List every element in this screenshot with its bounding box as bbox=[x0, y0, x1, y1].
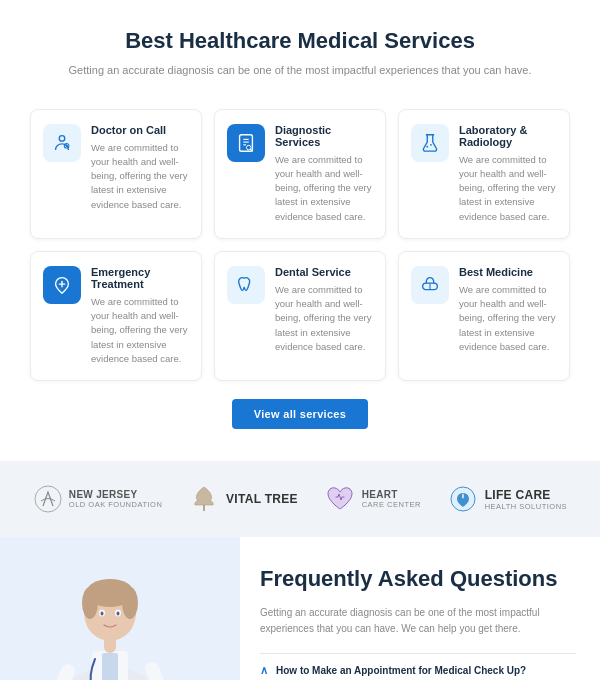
service-card-best-medicine: Best Medicine We are committed to your h… bbox=[398, 251, 570, 381]
diagnostic-services-desc: We are committed to your health and well… bbox=[275, 153, 373, 224]
best-medicine-icon-wrap bbox=[411, 266, 449, 304]
page-title: Best Healthcare Medical Services bbox=[60, 28, 540, 54]
heart-care-icon bbox=[324, 483, 356, 515]
service-card-dental-service: Dental Service We are committed to your … bbox=[214, 251, 386, 381]
life-care-sub: HEALTH SOLUTIONS bbox=[485, 502, 567, 511]
faq-image-column bbox=[0, 537, 240, 680]
svg-point-27 bbox=[82, 587, 98, 619]
best-medicine-content: Best Medicine We are committed to your h… bbox=[459, 266, 557, 354]
new-jersey-sub: OLD OAK FOUNDATION bbox=[69, 500, 162, 509]
faq-question-appointment: How to Make an Appointment for Medical C… bbox=[276, 665, 526, 676]
faq-section: Frequently Asked Questions Getting an ac… bbox=[0, 537, 600, 680]
doctor-on-call-content: Doctor on Call We are committed to your … bbox=[91, 124, 189, 212]
emergency-treatment-desc: We are committed to your health and well… bbox=[91, 295, 189, 366]
partner-life-care: Life Care HEALTH SOLUTIONS bbox=[447, 483, 567, 515]
header-subtitle: Getting an accurate diagnosis can be one… bbox=[60, 62, 540, 79]
diagnostic-services-title: Diagnostic Services bbox=[275, 124, 373, 148]
svg-rect-23 bbox=[102, 653, 118, 680]
diagnostic-icon bbox=[235, 132, 257, 154]
dental-service-title: Dental Service bbox=[275, 266, 373, 278]
faq-content-column: Frequently Asked Questions Getting an ac… bbox=[240, 537, 600, 680]
service-card-emergency-treatment: Emergency Treatment We are committed to … bbox=[30, 251, 202, 381]
best-medicine-title: Best Medicine bbox=[459, 266, 557, 278]
view-all-button[interactable]: View all services bbox=[232, 399, 368, 429]
svg-point-31 bbox=[101, 611, 104, 615]
partner-new-jersey: NEW JERSEY OLD OAK FOUNDATION bbox=[33, 484, 162, 514]
dental-service-desc: We are committed to your health and well… bbox=[275, 283, 373, 354]
partner-heart-care-block: HEART CARE CENTER bbox=[324, 483, 421, 515]
doctor-on-call-icon-wrap bbox=[43, 124, 81, 162]
faq-title: Frequently Asked Questions bbox=[260, 565, 576, 593]
doctor-figure bbox=[30, 541, 190, 680]
new-jersey-name: NEW JERSEY bbox=[69, 489, 162, 500]
medicine-icon bbox=[419, 274, 441, 296]
doctor-on-call-desc: We are committed to your health and well… bbox=[91, 141, 189, 212]
vital-tree-name: Vital Tree bbox=[226, 492, 298, 506]
svg-point-32 bbox=[117, 611, 120, 615]
service-card-laboratory-radiology: Laboratory & Radiology We are committed … bbox=[398, 109, 570, 239]
partner-new-jersey-block: NEW JERSEY OLD OAK FOUNDATION bbox=[33, 484, 162, 514]
laboratory-radiology-icon-wrap bbox=[411, 124, 449, 162]
faq-question-row-appointment[interactable]: ∧ How to Make an Appointment for Medical… bbox=[260, 664, 576, 677]
header-section: Best Healthcare Medical Services Getting… bbox=[0, 0, 600, 99]
services-grid: Doctor on Call We are committed to your … bbox=[30, 109, 570, 382]
partner-vital-tree: Vital Tree bbox=[188, 483, 298, 515]
partner-life-care-block: Life Care HEALTH SOLUTIONS bbox=[447, 483, 567, 515]
services-section: Doctor on Call We are committed to your … bbox=[0, 99, 600, 462]
faq-image-placeholder bbox=[0, 537, 240, 680]
dental-service-content: Dental Service We are committed to your … bbox=[275, 266, 373, 354]
svg-point-28 bbox=[122, 587, 138, 619]
best-medicine-desc: We are committed to your health and well… bbox=[459, 283, 557, 354]
emergency-icon bbox=[51, 274, 73, 296]
doctor-icon bbox=[51, 132, 73, 154]
service-card-diagnostic-services: Diagnostic Services We are committed to … bbox=[214, 109, 386, 239]
life-care-icon bbox=[447, 483, 479, 515]
service-card-doctor-on-call: Doctor on Call We are committed to your … bbox=[30, 109, 202, 239]
view-all-wrap: View all services bbox=[30, 381, 570, 451]
life-care-name: Life Care bbox=[485, 488, 567, 502]
new-jersey-icon bbox=[33, 484, 63, 514]
emergency-treatment-icon-wrap bbox=[43, 266, 81, 304]
dental-icon bbox=[235, 274, 257, 296]
heart-care-sub: CARE CENTER bbox=[362, 500, 421, 509]
emergency-treatment-title: Emergency Treatment bbox=[91, 266, 189, 290]
doctor-on-call-title: Doctor on Call bbox=[91, 124, 189, 136]
laboratory-radiology-desc: We are committed to your health and well… bbox=[459, 153, 557, 224]
svg-point-11 bbox=[426, 145, 428, 147]
diagnostic-services-icon-wrap bbox=[227, 124, 265, 162]
faq-intro: Getting an accurate diagnosis can be one… bbox=[260, 605, 576, 637]
vital-tree-icon bbox=[188, 483, 220, 515]
svg-point-0 bbox=[59, 135, 65, 141]
svg-point-12 bbox=[430, 143, 432, 145]
partner-vital-tree-block: Vital Tree bbox=[188, 483, 298, 515]
heart-care-name: HEART bbox=[362, 489, 421, 500]
faq-chevron-appointment: ∧ bbox=[260, 664, 268, 677]
dental-service-icon-wrap bbox=[227, 266, 265, 304]
lab-icon bbox=[419, 132, 441, 154]
partners-section: NEW JERSEY OLD OAK FOUNDATION Vital Tree… bbox=[0, 461, 600, 537]
laboratory-radiology-content: Laboratory & Radiology We are committed … bbox=[459, 124, 557, 224]
faq-item-appointment: ∧ How to Make an Appointment for Medical… bbox=[260, 653, 576, 681]
partner-heart-care: HEART CARE CENTER bbox=[324, 483, 421, 515]
diagnostic-services-content: Diagnostic Services We are committed to … bbox=[275, 124, 373, 224]
emergency-treatment-content: Emergency Treatment We are committed to … bbox=[91, 266, 189, 366]
laboratory-radiology-title: Laboratory & Radiology bbox=[459, 124, 557, 148]
